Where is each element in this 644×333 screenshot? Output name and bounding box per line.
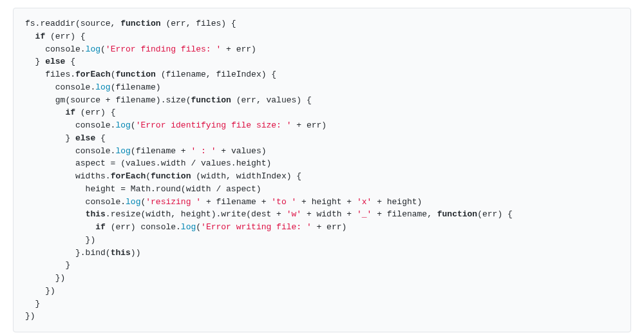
token-p: fs.readdir(source, [25,19,120,28]
code-line: }) [25,235,95,245]
code-line: }) [25,286,55,296]
code-line: } else { [25,57,75,66]
token-p: (err, files) { [161,19,236,28]
code-line: console.log(filename) [25,82,161,92]
token-kw: forEach [111,171,146,181]
token-p: + values) [216,146,266,156]
token-kw: if [95,222,106,232]
code-line: }) [25,311,35,321]
code-line: console.log('Error finding files: ' + er… [25,44,256,54]
token-fn: log [126,197,140,207]
token-kw: if [65,108,75,117]
token-p: { [95,133,106,143]
code-line: gm(source + filename).size(function (err… [25,95,312,105]
token-p: height = Math.round(width / aspect) [25,184,261,194]
token-p: (filename, fileIndex) { [156,70,276,79]
token-p: console. [25,146,115,156]
token-fn: log [181,222,196,232]
token-p: } [25,133,75,143]
token-p: ( [100,44,106,54]
token-kw: else [75,133,95,143]
code-content: fs.readdir(source, function (err, files)… [25,17,619,323]
token-p: gm(source + filename).size( [25,95,191,105]
token-kw: function [151,171,191,181]
token-p: (err) console. [106,222,181,232]
token-p: (err) { [477,209,513,219]
token-p: { [65,57,75,66]
token-p: ( [146,171,151,181]
token-fn: log [115,146,130,156]
code-line: height = Math.round(width / aspect) [25,184,261,194]
token-p: widths. [25,171,111,181]
token-p: aspect = (values.width / values.height) [25,158,271,168]
token-kw: this [111,248,131,258]
code-line: if (err) { [25,32,86,41]
token-p: + width + [301,209,357,219]
token-p: (err) { [75,108,115,117]
token-p: console. [25,82,95,92]
token-p: (err) { [45,32,85,41]
code-line: console.log(filename + ' : ' + values) [25,146,267,156]
token-p: .resize(width, height).write(dest + [106,209,287,219]
token-p: + height) [372,197,422,207]
token-str: 'x' [357,197,372,207]
token-p: }.bind( [25,248,111,258]
token-fn: log [86,44,100,54]
token-kw: forEach [75,70,111,79]
token-p: console. [25,44,86,54]
token-p: + filename + [201,197,271,207]
code-line: this.resize(width, height).write(dest + … [25,209,513,219]
token-str: 'Error identifying file size: ' [136,120,292,130]
code-block: fs.readdir(source, function (err, files)… [13,8,631,332]
token-p: + err) [292,120,327,130]
code-line: } [25,299,40,309]
token-str: 'Error finding files: ' [106,44,221,54]
code-line: widths.forEach(function (width, widthInd… [25,171,301,181]
token-p: (width, widthIndex) { [191,171,301,181]
token-p: + err) [312,222,347,232]
token-p: + filename, [372,209,437,219]
token-str: 'to ' [271,197,296,207]
token-p: + err) [221,44,256,54]
code-line: aspect = (values.width / values.height) [25,158,271,168]
token-p [25,209,86,219]
token-str: ' : ' [191,146,216,156]
code-line: }.bind(this)) [25,248,140,258]
token-kw: function [437,209,477,219]
token-str: 'resizing ' [146,197,201,207]
token-str: 'w' [287,209,301,219]
token-kw: function [191,95,231,105]
token-p: files. [25,70,75,79]
token-p: } [25,299,40,309]
token-p: )) [131,248,141,258]
token-str: 'Error writing file: ' [201,222,312,232]
token-kw: function [115,70,155,79]
token-str: '_' [357,209,372,219]
code-line: console.log('resizing ' + filename + 'to… [25,197,422,207]
token-p [25,222,95,232]
token-p: ( [196,222,201,232]
code-line: } [25,260,70,270]
token-p: console. [25,120,115,130]
token-p: } [25,57,45,66]
token-p: }) [25,235,95,245]
token-p: }) [25,273,65,283]
token-kw: this [86,209,106,219]
token-kw: if [35,32,46,41]
token-p: console. [25,197,126,207]
token-p: ( [131,120,136,130]
code-line: } else { [25,133,106,143]
code-line: console.log('Error identifying file size… [25,120,327,130]
token-p: }) [25,286,55,296]
code-line: }) [25,273,65,283]
token-p [25,32,35,41]
token-p: (filename) [111,82,161,92]
token-p: + height + [296,197,357,207]
token-p [25,108,65,117]
token-kw: function [120,19,160,28]
token-p: (filename + [131,146,191,156]
token-fn: log [115,120,130,130]
code-line: if (err) console.log('Error writing file… [25,222,346,232]
token-p: (err, values) { [231,95,312,105]
token-fn: log [95,82,110,92]
